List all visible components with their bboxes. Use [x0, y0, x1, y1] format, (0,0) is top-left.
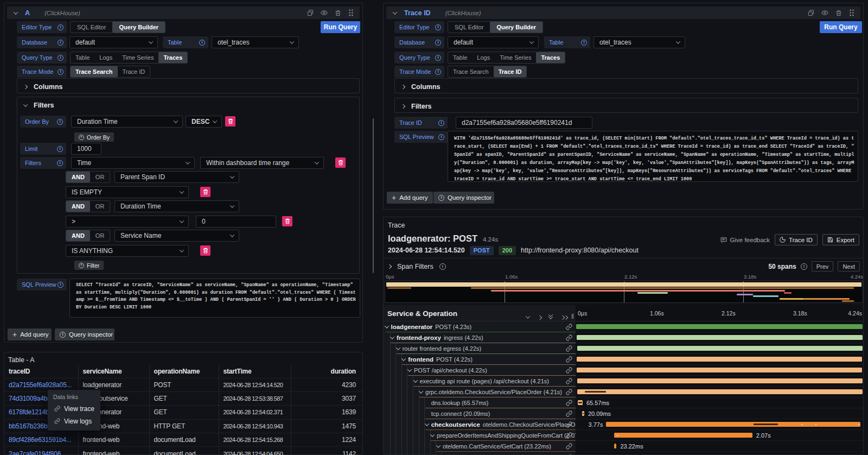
span-bar[interactable]	[614, 433, 752, 438]
span-link-icon[interactable]	[566, 345, 572, 352]
info-icon[interactable]	[58, 55, 63, 61]
collapse-span-icon[interactable]	[390, 334, 394, 339]
database-select[interactable]: default	[69, 36, 158, 48]
condition2-op-select[interactable]: >	[66, 216, 189, 228]
collapse-span-icon[interactable]	[419, 389, 423, 393]
span-timeline-cell[interactable]: 20.09ms	[576, 408, 863, 419]
condition3-op-select[interactable]: IS ANYTHING	[66, 245, 189, 257]
export-button[interactable]: Export	[822, 234, 859, 245]
info-icon[interactable]	[438, 134, 444, 140]
table-select[interactable]: otel_traces	[593, 36, 685, 48]
span-timeline-cell[interactable]: 3.77s	[576, 419, 863, 430]
span-timeline-cell[interactable]	[576, 354, 863, 365]
span-name-cell[interactable]: prepareOrderItemsAndShippingQuoteFromCar…	[384, 430, 576, 441]
span-name-cell[interactable]: dns.lookup (65.57ms)	[384, 397, 576, 408]
right-query-row-header[interactable]: Trace ID (ClickHouse)	[386, 7, 860, 19]
expand-all-icon[interactable]	[561, 312, 567, 321]
time-filter-field-select[interactable]: Time	[71, 157, 195, 169]
database-select[interactable]: default	[448, 36, 539, 48]
span-timeline-cell[interactable]	[576, 365, 863, 376]
span-name-cell[interactable]: router frontend egress (4.22s)	[384, 343, 576, 354]
collapse-query-icon[interactable]	[393, 10, 397, 14]
table-select[interactable]: otel_traces	[212, 36, 299, 48]
query-builder-option[interactable]: Query Builder	[490, 22, 542, 33]
remove-query-icon[interactable]	[835, 10, 842, 16]
trace-minimap[interactable]	[385, 281, 863, 303]
or-option[interactable]: OR	[90, 230, 110, 241]
info-icon[interactable]	[438, 120, 444, 126]
span-name-cell[interactable]: executing api route (pages) /api/checkou…	[384, 376, 576, 387]
hide-response-icon[interactable]	[321, 9, 328, 16]
info-icon[interactable]	[435, 24, 441, 30]
trace-id-button[interactable]: Trace ID	[775, 234, 818, 245]
filters-section[interactable]: Filters	[394, 98, 858, 113]
query-type-table[interactable]: Table	[71, 52, 94, 63]
info-icon[interactable]	[57, 160, 63, 166]
span-bar[interactable]	[577, 368, 862, 372]
span-bar[interactable]	[578, 400, 583, 405]
span-row[interactable]: oteldemo.CartService/GetCart (23.22ms)23…	[384, 441, 863, 452]
columns-section[interactable]: Columns	[17, 78, 360, 93]
collapse-filters-icon[interactable]	[23, 102, 28, 106]
info-icon[interactable]	[435, 55, 441, 61]
span-link-icon[interactable]	[566, 356, 572, 363]
span-row[interactable]: grpc.oteldemo.CheckoutService/PlaceOrder…	[384, 387, 863, 397]
collapse-span-icon[interactable]	[436, 443, 441, 447]
span-link-icon[interactable]	[566, 334, 572, 341]
span-bar[interactable]	[577, 346, 863, 351]
drag-handle-icon[interactable]	[849, 9, 854, 16]
trace-search-option[interactable]: Trace Search	[448, 66, 494, 77]
left-query-row-header[interactable]: A (ClickHouse)	[7, 7, 360, 19]
span-row[interactable]: frontend-proxyingress (4.22s)	[384, 332, 863, 343]
prev-span-button[interactable]: Prev	[812, 261, 834, 271]
run-query-button[interactable]: Run Query	[820, 21, 862, 33]
span-bar[interactable]	[582, 411, 584, 416]
info-icon[interactable]	[57, 119, 63, 125]
span-row[interactable]: dns.lookup (65.57ms)65.57ms	[384, 397, 863, 408]
span-link-icon[interactable]	[566, 324, 572, 330]
span-link-icon[interactable]	[566, 443, 572, 450]
span-timeline-cell[interactable]: 65.57ms	[576, 397, 863, 408]
span-bar[interactable]	[614, 444, 616, 448]
remove-condition2-button[interactable]	[282, 216, 292, 226]
col-header-servicename[interactable]: serviceName	[78, 365, 149, 378]
condition2-field-select[interactable]: Duration Time	[114, 200, 239, 212]
span-bar[interactable]	[577, 389, 863, 394]
and-option[interactable]: AND	[66, 201, 90, 212]
span-link-icon[interactable]	[566, 389, 572, 395]
span-timeline-cell[interactable]: 23.22ms	[576, 441, 863, 452]
span-row[interactable]: POST /api/checkout (4.22s)	[384, 365, 863, 376]
or-option[interactable]: OR	[90, 172, 110, 182]
query-type-traces[interactable]: Traces	[536, 52, 565, 63]
and-option[interactable]: AND	[66, 230, 90, 241]
remove-condition1-button[interactable]	[200, 187, 210, 197]
condition1-field-select[interactable]: Parent Span ID	[114, 171, 239, 183]
span-link-icon[interactable]	[566, 410, 572, 417]
trace-id-link[interactable]: 89cf4286e631591b4...	[4, 433, 78, 447]
span-bar[interactable]	[577, 357, 863, 362]
span-link-icon[interactable]	[566, 432, 572, 439]
run-query-button[interactable]: Run Query	[321, 21, 360, 33]
info-icon[interactable]	[58, 69, 63, 75]
span-row[interactable]: executing api route (pages) /api/checkou…	[384, 376, 863, 387]
trace-id-input[interactable]: d2a7155ef6a928a05680e5ff6190241d	[456, 117, 592, 129]
expand-span-filters-icon[interactable]	[387, 264, 392, 269]
trace-search-option[interactable]: Trace Search	[71, 66, 118, 77]
and-option[interactable]: AND	[66, 172, 90, 182]
col-header-operationname[interactable]: operationName	[149, 365, 219, 378]
query-name[interactable]: A	[25, 9, 30, 17]
info-icon[interactable]	[435, 40, 441, 46]
trace-id-link[interactable]: 2ae7cafe0194f806...	[4, 447, 78, 455]
table-panel-title[interactable]: Table - A	[8, 356, 35, 364]
hide-response-icon[interactable]	[821, 9, 828, 16]
query-inspector-button[interactable]: Query inspector	[433, 192, 494, 204]
query-type-logs[interactable]: Logs	[94, 52, 117, 63]
order-by-field-select[interactable]: Duration Time	[71, 116, 183, 128]
trace-panel-title[interactable]: Trace	[388, 222, 405, 229]
trace-id-option[interactable]: Trace ID	[118, 66, 150, 77]
span-timeline-cell[interactable]	[576, 376, 863, 387]
span-bar[interactable]	[577, 378, 863, 383]
info-icon[interactable]	[199, 40, 205, 46]
info-icon[interactable]	[439, 263, 446, 270]
collapse-span-icon[interactable]	[413, 378, 417, 382]
